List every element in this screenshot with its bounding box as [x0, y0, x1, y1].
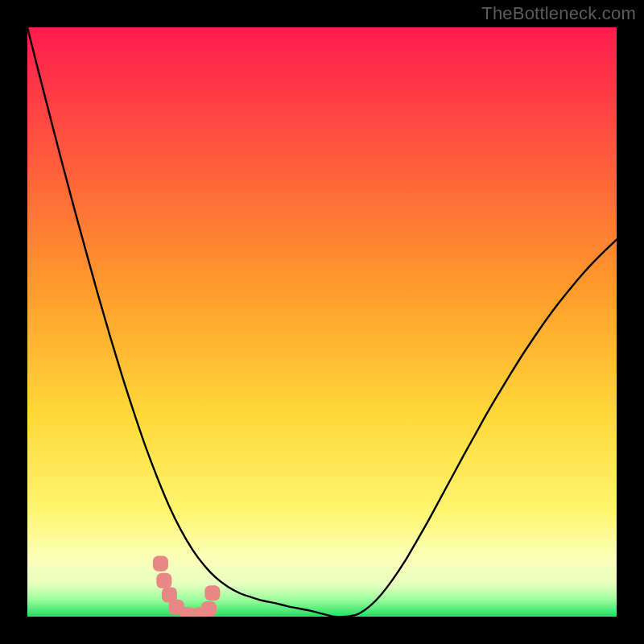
- plot-area: [27, 27, 617, 617]
- optimal-markers: [27, 27, 617, 617]
- marker-point: [153, 556, 168, 572]
- marker-point: [201, 601, 217, 617]
- watermark-text: TheBottleneck.com: [481, 3, 636, 24]
- marker-point: [156, 573, 171, 588]
- chart-frame: TheBottleneck.com: [0, 0, 644, 644]
- marker-point: [204, 585, 220, 601]
